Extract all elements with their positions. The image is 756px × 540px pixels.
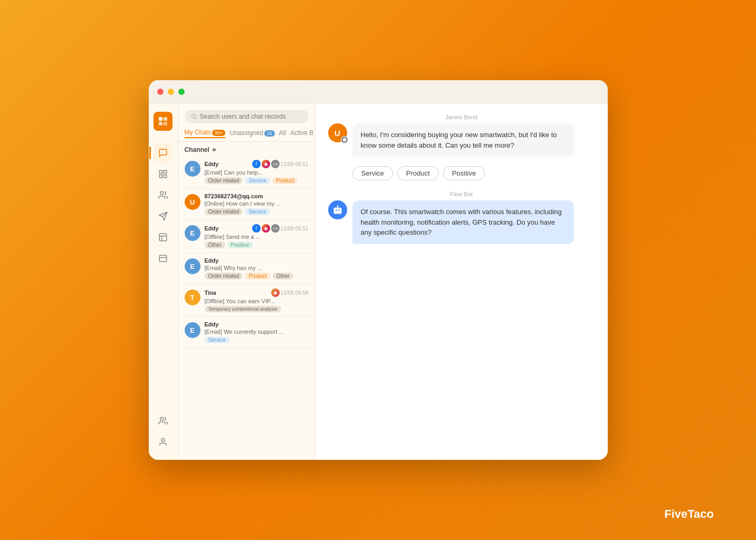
chat-item[interactable]: E Eddy f ◉ +3 11/09 06:51 [Email] Can yo… — [178, 156, 315, 189]
chat-header-row: Eddy f ◉ +3 11/09 06:51 — [205, 160, 309, 168]
tag: Product — [272, 177, 298, 184]
tag: Service — [245, 177, 270, 184]
sidebar-item-list[interactable] — [154, 165, 173, 184]
sidebar-item-send[interactable] — [154, 207, 173, 226]
sidebar-item-data[interactable] — [154, 249, 173, 268]
brand-logo — [154, 112, 173, 131]
sidebar-bottom — [154, 411, 173, 460]
chat-item[interactable]: E Eddy f ◉ +3 11/09 06:51 [Offline] Send… — [178, 220, 315, 253]
sidebar-item-chat[interactable] — [154, 143, 173, 162]
chat-preview: [Email] Can you help... — [205, 169, 309, 176]
avatar: E — [185, 258, 200, 274]
chat-item[interactable]: T Tina ◉ 11/05 04:59 [Offline] You can e… — [178, 284, 315, 317]
maximize-dot[interactable] — [178, 89, 185, 95]
svg-point-27 — [337, 205, 338, 207]
fb-icon: f — [252, 224, 261, 233]
suggestion-product[interactable]: Product — [397, 166, 439, 180]
chat-name: 8723682734@qq.com — [205, 193, 263, 199]
message-row: U Hello, I'm considering buying your new… — [328, 123, 595, 180]
unassigned-badge: 15 — [264, 130, 275, 137]
search-bar — [178, 103, 315, 128]
message-row: Of course. This smartwatch comes with va… — [328, 200, 595, 244]
svg-point-8 — [160, 191, 164, 195]
chat-header-row: Eddy — [205, 257, 309, 264]
chat-item[interactable]: U 8723682734@qq.com [Online] How can I v… — [178, 189, 315, 220]
suggestion-positive[interactable]: Positive — [443, 166, 485, 180]
minimize-dot[interactable] — [168, 89, 174, 95]
svg-point-25 — [338, 210, 340, 211]
bot-message-bubble: Of course. This smartwatch comes with va… — [352, 200, 574, 244]
app-body: My Chats99+ Unassigned15 All Active B Ch… — [149, 103, 608, 460]
avatar: T — [185, 290, 200, 305]
search-icon — [191, 113, 197, 120]
suggestion-service[interactable]: Service — [352, 166, 393, 180]
brand-name: FiveTaco — [664, 507, 714, 521]
svg-rect-6 — [159, 175, 162, 178]
plus-icon: +3 — [271, 160, 280, 168]
ig-icon: ◉ — [262, 224, 270, 233]
plus-icon: +3 — [271, 224, 280, 233]
suggestion-tags: Service Product Positive — [352, 166, 574, 180]
svg-point-16 — [160, 417, 164, 420]
sidebar — [149, 103, 178, 460]
chat-list-panel: My Chats99+ Unassigned15 All Active B Ch… — [178, 103, 315, 460]
chat-messages: James Bond U Hello, I'm considering buyi… — [315, 103, 608, 460]
chat-time: 11/09 06:51 — [281, 226, 309, 232]
close-dot[interactable] — [157, 89, 164, 95]
svg-rect-0 — [159, 117, 162, 121]
chat-header-row: Tina ◉ 11/05 04:59 — [205, 288, 309, 297]
chat-name: Eddy — [205, 321, 219, 327]
chat-content: Eddy f ◉ +3 11/09 06:51 [Email] Can you … — [205, 160, 309, 184]
sidebar-item-team[interactable] — [154, 411, 173, 430]
chat-preview: [Email] We currently support ... — [205, 329, 309, 335]
chat-preview: [Email] Why has my ... — [205, 265, 309, 271]
tab-unassigned[interactable]: Unassigned15 — [229, 128, 274, 138]
my-chats-badge: 99+ — [212, 130, 225, 136]
chat-tags: Order related Product Other — [205, 273, 309, 279]
tab-active-b[interactable]: Active B — [290, 128, 313, 138]
chat-item[interactable]: E Eddy [Email] Why has my ... Order rela… — [178, 253, 315, 284]
svg-rect-11 — [159, 234, 167, 241]
sidebar-item-analytics[interactable] — [154, 228, 173, 247]
tag: Temporary unintentional analysis — [205, 306, 281, 312]
avatar: E — [185, 322, 200, 338]
svg-rect-7 — [164, 175, 167, 178]
tab-my-chats[interactable]: My Chats99+ — [185, 128, 226, 138]
message-sender: James Bond — [328, 114, 595, 120]
message-sender: Flow Bot — [328, 191, 595, 197]
tag: Service — [205, 336, 229, 343]
chat-header-row: Eddy — [205, 321, 309, 327]
tag: Positive — [227, 242, 253, 248]
chat-content: Eddy [Email] We currently support ... Se… — [205, 321, 309, 343]
chat-preview: [Offline] You can earn VIP... — [205, 298, 309, 304]
search-input[interactable] — [200, 113, 302, 120]
chat-time: 11/09 06:51 — [281, 161, 309, 167]
tag: Order related — [205, 177, 243, 184]
chat-content: Eddy [Email] Why has my ... Order relate… — [205, 257, 309, 279]
bot-icon — [332, 205, 343, 215]
sidebar-item-profile[interactable] — [154, 432, 173, 451]
title-bar — [149, 80, 608, 103]
svg-point-18 — [192, 114, 195, 118]
chat-item[interactable]: E Eddy [Email] We currently support ... … — [178, 317, 315, 348]
message-content: Hello, I'm considering buying your new s… — [352, 123, 574, 180]
channel-icons: ◉ 11/05 04:59 — [271, 288, 309, 297]
channel-header: Channel — [178, 142, 315, 156]
chat-tags: Order related Service Product — [205, 177, 309, 184]
channel-icons: f ◉ +3 11/09 06:51 — [252, 224, 309, 233]
chat-preview: [Online] How can I view my ... — [205, 200, 309, 207]
tab-all[interactable]: All — [279, 128, 286, 138]
search-wrapper[interactable] — [185, 110, 309, 123]
tag: Other — [273, 273, 293, 279]
tag: Order related — [205, 208, 243, 215]
tag: Other — [205, 242, 225, 248]
app-window: My Chats99+ Unassigned15 All Active B Ch… — [149, 80, 608, 460]
chat-name: Eddy — [205, 257, 219, 264]
main-chat: James Bond U Hello, I'm considering buyi… — [315, 103, 608, 460]
fb-icon: f — [252, 160, 261, 168]
sidebar-item-contacts[interactable] — [154, 186, 173, 205]
chat-header-row: Eddy f ◉ +3 11/09 06:51 — [205, 224, 309, 233]
svg-point-22 — [342, 138, 346, 141]
svg-point-17 — [161, 438, 165, 441]
chat-header-row: 8723682734@qq.com — [205, 193, 309, 199]
